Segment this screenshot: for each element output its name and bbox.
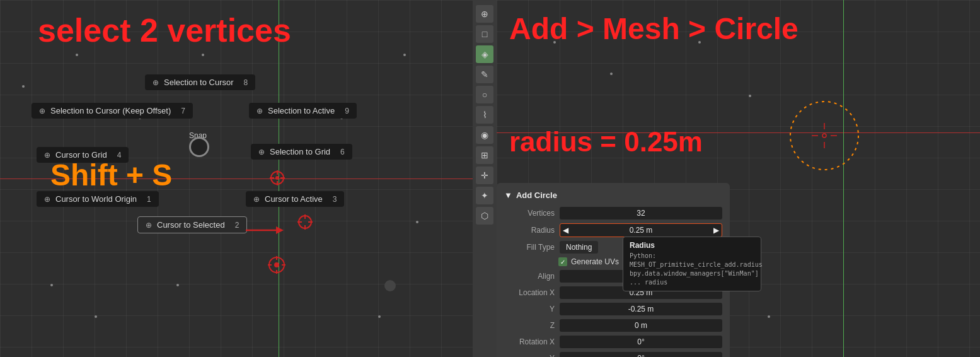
svg-point-14 xyxy=(274,262,279,267)
right-panel: ⊕ □ ◈ ✎ ○ ⌇ ◉ ⊞ ✛ ✦ ⬡ Add > Mesh > Circl… xyxy=(473,0,980,357)
generate-uvs-label: Generate UVs xyxy=(571,257,619,266)
rotation-y-value[interactable]: 0° xyxy=(560,352,722,357)
menu-item-cursor-to-world[interactable]: ⊕ Cursor to World Origin 1 xyxy=(37,191,159,207)
snap-dial[interactable] xyxy=(189,137,209,157)
fill-type-value[interactable]: Nothing xyxy=(560,241,598,254)
radius-value: 0.25 m xyxy=(630,226,653,235)
tool-icon-cursor[interactable]: ⊕ xyxy=(476,5,493,23)
radius-decrease-button[interactable]: ◀ xyxy=(563,226,568,235)
tooltip-box: Radius Python: MESH_OT_primitive_circle_… xyxy=(623,237,761,291)
radius-increase-button[interactable]: ▶ xyxy=(713,226,719,235)
fill-type-label: Fill Type xyxy=(504,243,555,252)
location-y-label: Y xyxy=(504,305,555,313)
panel-row-location-z: Z 0 m xyxy=(497,317,730,334)
menu-item-selection-to-cursor[interactable]: ⊕ Selection to Cursor 8 xyxy=(145,74,255,90)
menu-item-cursor-to-grid[interactable]: ⊕ Cursor to Grid 4 xyxy=(37,147,129,163)
svg-point-24 xyxy=(822,134,826,138)
rotation-y-label: Y xyxy=(504,354,555,357)
tool-icon-lasso[interactable]: ⌇ xyxy=(476,106,493,124)
menu-item-selection-to-active[interactable]: ⊕ Selection to Active 9 xyxy=(249,103,357,119)
svg-point-19 xyxy=(790,102,858,170)
menu-label-selection-to-cursor: Selection to Cursor xyxy=(164,78,234,87)
menu-label-cursor-to-selected: Cursor to Selected xyxy=(157,220,225,230)
cursor-bottom xyxy=(267,255,287,275)
right-content: Add > Mesh > Circle radius = 0.25m ▼ Add… xyxy=(497,0,980,357)
toolbar: ⊕ □ ◈ ✎ ○ ⌇ ◉ ⊞ ✛ ✦ ⬡ xyxy=(473,0,497,357)
vertices-value[interactable]: 32 xyxy=(560,207,722,219)
radius-field[interactable]: ◀ 0.25 m ▶ xyxy=(560,223,722,237)
right-title: Add > Mesh > Circle xyxy=(509,11,798,46)
vertices-label: Vertices xyxy=(504,209,555,218)
panel-title-text: Add Circle xyxy=(516,190,557,200)
hotkey-5: 6 xyxy=(340,148,345,156)
cursor-icon-4: ⊕ xyxy=(44,151,50,160)
menu-label-selection-to-active: Selection to Active xyxy=(268,106,335,115)
svg-point-7 xyxy=(275,176,279,180)
cursor-icon-1: ⊕ xyxy=(153,78,159,87)
menu-item-cursor-to-active[interactable]: ⊕ Cursor to Active 3 xyxy=(246,191,344,207)
menu-item-selection-to-grid[interactable]: ⊕ Selection to Grid 6 xyxy=(251,144,352,160)
menu-label-selection-to-grid: Selection to Grid xyxy=(270,147,330,156)
svg-marker-1 xyxy=(276,226,284,234)
panel-row-vertices: Vertices 32 xyxy=(497,205,730,221)
menu-item-cursor-to-selected[interactable]: ⊕ Cursor to Selected 2 xyxy=(137,216,247,233)
cursor-icon-3: ⊕ xyxy=(257,107,263,115)
tooltip-line1: Python: MESH_OT_primitive_circle_add.rad… xyxy=(630,252,754,269)
tool-icon-circle[interactable]: ○ xyxy=(476,86,493,103)
tooltip-line2: bpy.data.window_managers["WinMan"] ... r… xyxy=(630,269,754,287)
tool-icon-active[interactable]: ◈ xyxy=(476,45,493,63)
hotkey-8: 2 xyxy=(235,221,239,230)
tooltip-title: Radius xyxy=(630,241,754,250)
arrow-indicator xyxy=(246,224,284,237)
panel-triangle-icon: ▼ xyxy=(504,190,512,200)
location-y-value[interactable]: -0.25 m xyxy=(560,303,722,315)
location-x-label: Location X xyxy=(504,288,555,297)
circle-preview xyxy=(787,98,862,173)
left-panel: select 2 vertices Shift + S ⊕ Selection … xyxy=(0,0,473,357)
tool-icon-cube[interactable]: ⬡ xyxy=(476,207,493,225)
rotation-x-label: Rotation X xyxy=(504,337,555,346)
align-label: Align xyxy=(504,272,555,281)
menu-item-selection-to-cursor-keep[interactable]: ⊕ Selection to Cursor (Keep Offset) 7 xyxy=(32,103,193,119)
hotkey-4: 4 xyxy=(117,151,122,160)
cursor-target xyxy=(296,213,314,231)
menu-label-cursor-to-active: Cursor to Active xyxy=(265,194,323,204)
cursor-center xyxy=(268,169,286,187)
panel-row-location-y: Y -0.25 m xyxy=(497,301,730,317)
menu-label-keep-offset: Selection to Cursor (Keep Offset) xyxy=(50,106,171,115)
rotation-x-value[interactable]: 0° xyxy=(560,336,722,348)
cursor-icon-8: ⊕ xyxy=(146,221,152,230)
tool-icon-box[interactable]: □ xyxy=(476,25,493,43)
hotkey-6: 1 xyxy=(147,195,151,204)
hotkey-1: 8 xyxy=(244,78,248,87)
radius-label: radius = 0.25m xyxy=(509,126,703,158)
tool-icon-star[interactable]: ✦ xyxy=(476,187,493,204)
panel-row-rotation-y: Y 0° xyxy=(497,350,730,357)
hotkey-3: 9 xyxy=(345,107,349,115)
tool-icon-transform[interactable]: ⊞ xyxy=(476,146,493,164)
menu-label-cursor-to-grid: Cursor to Grid xyxy=(55,150,107,160)
location-z-value[interactable]: 0 m xyxy=(560,319,722,332)
menu-label-cursor-to-world: Cursor to World Origin xyxy=(55,194,137,204)
cursor-icon-5: ⊕ xyxy=(258,148,265,156)
tool-icon-edit[interactable]: ✎ xyxy=(476,66,493,83)
cursor-icon-6: ⊕ xyxy=(44,195,50,204)
location-z-label: Z xyxy=(504,321,555,330)
radius-field-label: Radius xyxy=(504,226,555,235)
tool-icon-sphere[interactable]: ◉ xyxy=(476,126,493,144)
panel-title: ▼ Add Circle xyxy=(497,188,730,205)
shortcut-text: Shift + S xyxy=(50,158,172,192)
hotkey-7: 3 xyxy=(333,195,337,204)
cursor-icon-2: ⊕ xyxy=(39,107,45,115)
cursor-icon-7: ⊕ xyxy=(253,195,260,204)
tool-icon-move[interactable]: ✛ xyxy=(476,167,493,184)
left-title: select 2 vertices xyxy=(38,11,291,49)
generate-uvs-checkbox[interactable]: ✓ xyxy=(558,257,567,266)
panel-row-rotation-x: Rotation X 0° xyxy=(497,334,730,350)
vertical-line-right xyxy=(843,0,844,357)
hotkey-2: 7 xyxy=(181,107,185,115)
